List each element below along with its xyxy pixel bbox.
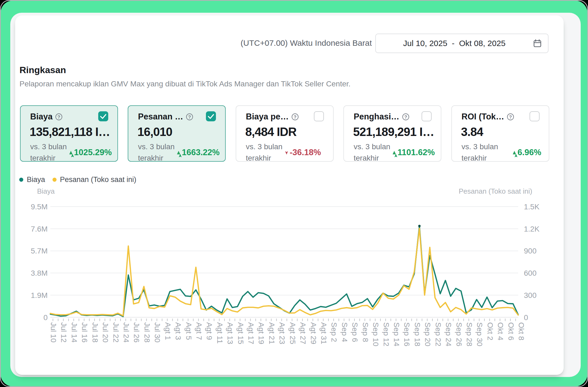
svg-text:Okt 2: Okt 2 [486,322,494,340]
svg-text:Agt 13: Agt 13 [226,322,234,344]
svg-text:Agt 29: Agt 29 [309,322,318,344]
svg-text:Okt 8: Okt 8 [517,322,525,340]
svg-text:Sep 18: Sep 18 [413,322,422,346]
svg-text:Agt 9: Agt 9 [205,322,213,340]
svg-text:Agt 5: Agt 5 [185,322,193,340]
svg-text:Jul 12: Jul 12 [60,322,68,343]
svg-text:Agt 27: Agt 27 [299,322,307,344]
svg-text:Sep 16: Sep 16 [403,322,411,346]
svg-text:Agt 19: Agt 19 [257,322,265,344]
svg-text:300: 300 [524,291,537,300]
svg-text:Agt 15: Agt 15 [236,322,245,344]
svg-text:Jul 18: Jul 18 [91,322,99,343]
svg-text:Jul 30: Jul 30 [153,322,162,343]
svg-text:Jul 22: Jul 22 [112,322,120,343]
svg-text:Sep 4: Sep 4 [340,322,349,342]
svg-text:Jul 26: Jul 26 [132,322,141,343]
svg-text:Jul 14: Jul 14 [70,322,78,343]
svg-text:Sep 10: Sep 10 [372,322,380,346]
svg-text:Agt 3: Agt 3 [174,322,182,340]
svg-text:Agt 23: Agt 23 [278,322,286,344]
svg-text:Agt 21: Agt 21 [268,322,276,344]
svg-text:Sep 2: Sep 2 [330,322,338,342]
svg-text:0: 0 [43,313,48,322]
svg-text:Agt 25: Agt 25 [288,322,297,344]
svg-text:3.8M: 3.8M [31,269,48,277]
svg-text:1.9M: 1.9M [31,291,48,300]
svg-text:Sep 22: Sep 22 [434,322,442,346]
svg-text:Sep 8: Sep 8 [361,322,370,342]
svg-text:Okt 4: Okt 4 [496,322,505,340]
svg-text:Jul 20: Jul 20 [101,322,110,343]
svg-text:Sep 20: Sep 20 [423,322,432,346]
svg-text:Jul 28: Jul 28 [143,322,151,343]
svg-text:Sep 24: Sep 24 [444,322,453,346]
svg-text:Okt 6: Okt 6 [507,322,515,340]
svg-text:Sep 14: Sep 14 [392,322,401,346]
svg-text:Agt 17: Agt 17 [247,322,255,344]
svg-text:9.5M: 9.5M [31,203,48,211]
svg-text:1.2K: 1.2K [524,225,540,233]
svg-text:900: 900 [524,247,537,255]
svg-text:0: 0 [524,313,528,322]
svg-text:Sep 28: Sep 28 [465,322,474,346]
svg-text:600: 600 [524,269,537,277]
svg-text:Jul 10: Jul 10 [49,322,58,343]
svg-text:1.5K: 1.5K [524,203,540,211]
svg-text:5.7M: 5.7M [31,247,48,255]
svg-text:Jul 24: Jul 24 [122,322,130,343]
svg-text:Agt 31: Agt 31 [320,322,328,344]
svg-text:7.6M: 7.6M [31,225,48,233]
svg-text:Sep 6: Sep 6 [351,322,359,342]
svg-text:Agt 11: Agt 11 [216,322,224,344]
svg-text:Sep 30: Sep 30 [475,322,484,346]
svg-text:Sep 12: Sep 12 [382,322,390,346]
svg-text:Sep 26: Sep 26 [455,322,463,346]
svg-text:Jul 16: Jul 16 [80,322,89,343]
svg-text:Agt 7: Agt 7 [195,322,203,340]
svg-text:Agt 1: Agt 1 [164,322,172,340]
